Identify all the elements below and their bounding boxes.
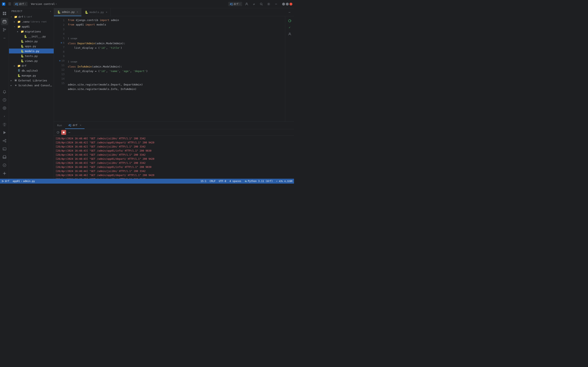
gutter-icon-10: ⊙ (59, 59, 61, 62)
sidebar-item-init[interactable]: ▶ 🐍 __init__.py (9, 34, 54, 39)
svg-text:P: P (3, 3, 4, 5)
status-encoding[interactable]: UTF-8 (219, 180, 226, 183)
ln-8: 8 (63, 50, 65, 53)
ln-4: 4 (63, 32, 65, 35)
status-branch[interactable]: drf (2, 180, 9, 183)
tab-models-icon: 🐍 (85, 11, 88, 14)
status-path[interactable]: app01 › admin.py (13, 180, 35, 183)
svg-rect-25 (3, 158, 6, 158)
activity-plugin-icon[interactable]: ⚡ (1, 113, 8, 120)
status-python[interactable]: Py Python 3.11 (drf) (245, 180, 273, 183)
status-python-label: Python 3.11 (drf) (248, 180, 273, 183)
tab-actions: ⋯ (285, 8, 294, 16)
tree-label-drf-sub: drf (22, 64, 26, 67)
tab-admin-close[interactable]: ✕ (77, 11, 78, 13)
sidebar-item-views[interactable]: ▶ 🐍 views.py (9, 58, 54, 63)
right-sync-icon[interactable] (287, 18, 293, 24)
editor-and-gutter: 1 2 3 4 5 (54, 16, 294, 122)
activity-git2-icon[interactable] (1, 170, 8, 177)
activity-terminal-icon[interactable] (1, 145, 8, 153)
sidebar-item-db[interactable]: ▶ 🗄 db.sqlite3 (9, 68, 54, 73)
sidebar-item-models[interactable]: ▶ 🐍 models.py (9, 49, 54, 53)
log-line: [28/Apr/2024 16:48:43] "GET /admin/jsi18… (56, 161, 292, 165)
log-line: [28/Apr/2024 16:48:42] "GET /admin/jsi18… (56, 145, 292, 149)
sidebar-item-scratches[interactable]: ▶ ≡ Scratches and Consoles (9, 83, 54, 88)
svg-point-20 (3, 140, 4, 141)
right-check-icon[interactable]: ✓ (287, 25, 293, 30)
minimize-button[interactable]: — (282, 3, 285, 6)
activity-run-icon[interactable] (1, 129, 8, 136)
code-editor[interactable]: 1 2 3 4 5 (54, 16, 285, 122)
tab-models-py[interactable]: 🐍 models.py ✕ (81, 8, 111, 16)
sidebar-item-apps[interactable]: ▶ 🐍 apps.py (9, 44, 54, 49)
ln-2: 2 (63, 23, 65, 26)
translate-icon[interactable]: ⇄ (251, 1, 257, 7)
tree-label-views: views.py (25, 59, 38, 62)
scratches-icon: ≡ (14, 83, 17, 87)
more-icon[interactable]: ⋯ (273, 1, 279, 7)
activity-debug-icon[interactable] (1, 121, 8, 128)
activity-project-icon[interactable] (1, 18, 8, 25)
bottom-tab-drf[interactable]: dj drf ✕ (65, 122, 85, 129)
activity-notifications-icon[interactable] (1, 88, 8, 95)
bottom-tab-drf-close[interactable]: ✕ (80, 124, 81, 126)
svg-rect-12 (5, 20, 6, 21)
sidebar-item-drf-sub[interactable]: ▶ 📁 drf (9, 63, 54, 68)
activity-home-icon[interactable] (1, 10, 8, 17)
sidebar-item-migrations[interactable]: ▶ 📁 migrations (9, 29, 54, 34)
svg-point-28 (289, 33, 290, 34)
sidebar-collapse-icon[interactable]: ▾ (50, 10, 51, 12)
status-position[interactable]: 15:1 (200, 180, 206, 183)
activity-more-icon[interactable]: ⋯ (1, 34, 8, 42)
more-toolbar-icon[interactable]: ⋯ (67, 130, 72, 135)
code-line-8 (66, 55, 285, 59)
status-linesep[interactable]: CRLF (210, 180, 216, 183)
py-views-icon: 🐍 (20, 59, 24, 63)
version-control-btn[interactable]: Version control ▾ (29, 2, 58, 6)
activity-vcs-icon[interactable] (1, 26, 8, 33)
status-branch-label: drf (5, 180, 9, 183)
close-button[interactable]: ✕ (290, 3, 292, 6)
restart-icon[interactable] (56, 130, 60, 135)
tree-label-app01: app01 (22, 25, 30, 28)
sidebar-item-venv[interactable]: ▶ 📁 .venv library root (9, 19, 54, 24)
sidebar-item-drf-root[interactable]: ▾ 📁 drf E:\drf (9, 14, 54, 19)
title-bar-right: dj drf ▾ ⇄ ⋯ — ❐ ✕ (228, 1, 292, 7)
tab-admin-py[interactable]: 🐍 admin.py ✕ (54, 8, 81, 16)
sidebar-item-ext-libs[interactable]: ▶ 🏛 External Libraries (9, 78, 54, 83)
user-icon[interactable] (244, 1, 249, 7)
bottom-tab-run[interactable]: Run (54, 122, 65, 129)
code-line-12 (66, 78, 285, 83)
status-indent[interactable]: 4 spaces (230, 180, 241, 183)
tree-sublabel-drf: E:\drf (24, 16, 32, 18)
search-icon[interactable] (258, 1, 264, 7)
status-encoding-label: UTF-8 (219, 180, 226, 183)
sidebar-item-admin[interactable]: ▶ 🐍 admin.py (9, 39, 54, 44)
activity-git-icon[interactable] (1, 137, 8, 144)
maximize-button[interactable]: ❐ (286, 3, 289, 6)
activity-print-icon[interactable] (1, 153, 8, 161)
hamburger-icon[interactable]: ☰ (7, 1, 12, 7)
tab-models-close[interactable]: ✕ (106, 11, 107, 13)
run-badge[interactable]: dj drf ▾ (228, 2, 242, 6)
svg-point-31 (2, 182, 3, 182)
sidebar-item-app01[interactable]: ▾ 📁 app01 (9, 24, 54, 29)
settings-icon[interactable] (266, 1, 272, 7)
right-profile-icon[interactable] (287, 31, 293, 37)
tab-more-icon[interactable]: ⋯ (287, 9, 292, 15)
status-position-label: 15:1 (200, 180, 206, 183)
log-line: [28/Apr/2024 16:48:40] "GET /admin/jsi18… (56, 136, 292, 141)
status-extra[interactable]: ⚡ 43% 4,320M (276, 180, 292, 183)
project-badge[interactable]: dj drf ▾ (13, 2, 27, 6)
tree-label-apps: apps.py (25, 45, 36, 48)
py-manage-icon: 🐍 (17, 74, 21, 77)
stop-button[interactable] (61, 130, 66, 135)
sidebar-item-manage[interactable]: ▶ 🐍 manage.py (9, 73, 54, 78)
tab-admin-label: admin.py (62, 10, 75, 13)
activity-todo-icon[interactable] (1, 162, 8, 169)
sidebar-item-tests[interactable]: ▶ 🐍 tests.py (9, 53, 54, 58)
ln-15: 15 (61, 82, 65, 85)
status-indent-label: 4 spaces (230, 180, 241, 183)
activity-bookmark-icon[interactable] (1, 104, 8, 112)
activity-recent-icon[interactable] (1, 96, 8, 104)
